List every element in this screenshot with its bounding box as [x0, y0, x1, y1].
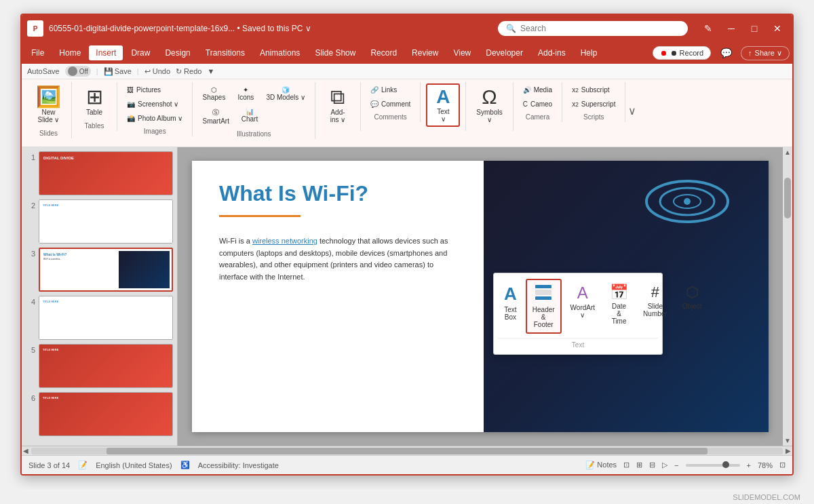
- slide-thumb-2[interactable]: 2 TITLE HERE: [26, 199, 173, 244]
- slides-group-label: Slides: [31, 130, 66, 137]
- photo-album-button[interactable]: 📸 Photo Album ∨: [123, 112, 187, 125]
- search-box[interactable]: 🔍: [498, 21, 688, 36]
- header-footer-dropdown-button[interactable]: Header& Footer: [526, 279, 562, 334]
- new-slide-icon: 🖼️: [36, 87, 61, 107]
- menu-addins[interactable]: Add-ins: [531, 45, 573, 60]
- screenshot-icon: 📷: [127, 100, 135, 108]
- wordart-dropdown-button[interactable]: A WordArt ∨: [564, 279, 602, 334]
- comment-button[interactable]: 💬: [716, 43, 735, 62]
- slide-thumb-5[interactable]: 5 TITLE HERE: [26, 344, 173, 388]
- menu-animations[interactable]: Animations: [253, 45, 307, 60]
- save-label[interactable]: 💾 Save: [104, 67, 132, 76]
- shapes-button[interactable]: ⬡ Shapes: [198, 83, 229, 104]
- menu-right-actions: ⏺ ⏺ Record 💬 ↑ Share ∨: [653, 43, 790, 62]
- subscript-button[interactable]: x2 Subscript: [568, 83, 613, 96]
- menu-insert[interactable]: Insert: [89, 45, 123, 60]
- record-dot-icon: ⏺: [660, 49, 667, 57]
- toggle-knob: [68, 66, 77, 76]
- table-button[interactable]: ⊞ Table: [77, 83, 111, 119]
- smartart-button[interactable]: Ⓢ SmartArt: [198, 105, 233, 128]
- textbox-dropdown-button[interactable]: A TextBox: [498, 279, 523, 334]
- slide-thumb-6[interactable]: 6 TITLE HERE: [26, 392, 173, 436]
- addins-button[interactable]: ⧉ Add-ins ∨: [321, 83, 355, 127]
- scroll-left-arrow[interactable]: ◀: [22, 446, 30, 456]
- scroll-up-arrow[interactable]: ▲: [783, 147, 792, 157]
- share-button[interactable]: ↑ Share ∨: [741, 46, 790, 60]
- menu-design[interactable]: Design: [158, 45, 197, 60]
- slideshow-button[interactable]: ▷: [662, 461, 667, 469]
- textbox-icon: A: [504, 284, 517, 305]
- record-button[interactable]: ⏺ ⏺ Record: [653, 46, 712, 60]
- menu-home[interactable]: Home: [52, 45, 88, 60]
- chart-button[interactable]: 📊 Chart: [236, 105, 263, 128]
- notes-button[interactable]: 📝 Notes: [585, 461, 617, 469]
- language-label: English (United States): [96, 461, 172, 469]
- new-slide-button[interactable]: 🖼️ NewSlide ∨: [31, 83, 66, 127]
- menu-file[interactable]: File: [24, 45, 51, 60]
- ribbon-more-button[interactable]: ∨: [625, 82, 639, 139]
- svg-rect-5: [535, 290, 551, 295]
- slide-thumb-3[interactable]: 3 What Is Wi-Fi? Wi-Fi is a wireless...: [26, 248, 173, 292]
- undo-button[interactable]: ↩ Undo: [144, 67, 170, 76]
- scroll-thumb-vertical[interactable]: [784, 178, 791, 218]
- slide-sorter-button[interactable]: ⊞: [636, 461, 642, 469]
- menu-developer[interactable]: Developer: [479, 45, 530, 60]
- menu-help[interactable]: Help: [574, 45, 604, 60]
- menu-draw[interactable]: Draw: [124, 45, 157, 60]
- media-button[interactable]: 🔊 Media: [519, 83, 556, 96]
- icons-button[interactable]: ✦ Icons: [232, 83, 259, 104]
- object-dropdown-button[interactable]: ⬡ Object: [676, 279, 708, 334]
- ribbon-groups: 🖼️ NewSlide ∨ Slides ⊞ Table Tables: [26, 82, 788, 139]
- window-controls: ✎ ─ □ ✕: [699, 19, 787, 38]
- menu-view[interactable]: View: [446, 45, 478, 60]
- accessibility-label[interactable]: Accessibility: Investigate: [198, 461, 279, 469]
- title-bar: P 60555-01-digital-divide-powerpoint-tem…: [22, 15, 792, 42]
- fit-slide-button[interactable]: ⊡: [779, 461, 786, 469]
- customize-btn[interactable]: ▼: [207, 67, 214, 75]
- search-input[interactable]: [520, 24, 680, 33]
- zoom-in-button[interactable]: +: [747, 461, 751, 469]
- scroll-thumb-horizontal[interactable]: [106, 448, 708, 454]
- close-button[interactable]: ✕: [768, 19, 787, 38]
- slidenumber-dropdown-button[interactable]: # SlideNumber: [637, 279, 674, 334]
- comment-ribbon-button[interactable]: 💬 Comment: [366, 98, 414, 111]
- scroll-right-arrow[interactable]: ▶: [784, 446, 792, 456]
- slide-img-5: TITLE HERE: [39, 344, 173, 388]
- zoom-out-button[interactable]: −: [674, 461, 678, 469]
- pen-button[interactable]: ✎: [699, 19, 718, 38]
- autosave-bar: AutoSave Off | 💾 Save | ↩ Undo ↻ Redo ▼: [22, 64, 792, 79]
- reading-view-button[interactable]: ⊟: [649, 461, 655, 469]
- menu-review[interactable]: Review: [405, 45, 445, 60]
- vertical-scrollbar[interactable]: ▲ ▼: [783, 147, 792, 446]
- maximize-button[interactable]: □: [745, 19, 764, 38]
- slide-img-4: TITLE HERE: [39, 296, 173, 340]
- menu-transitions[interactable]: Transitions: [199, 45, 252, 60]
- ribbon-group-images: 🖼 Pictures 📷 Screenshot ∨ 📸 Photo Album …: [117, 82, 193, 136]
- text-button[interactable]: A Text∨: [426, 83, 460, 127]
- wireless-networking-link[interactable]: wireless networking: [252, 237, 317, 245]
- minimize-button[interactable]: ─: [722, 19, 741, 38]
- screenshot-button[interactable]: 📷 Screenshot ∨: [123, 98, 187, 111]
- 3dmodels-icon: 🧊: [282, 86, 290, 94]
- slide-thumb-1[interactable]: 1 DIGITAL DIVIDE: [26, 151, 173, 195]
- pictures-button[interactable]: 🖼 Pictures: [123, 83, 187, 96]
- symbols-button[interactable]: Ω Symbols∨: [471, 83, 507, 127]
- zoom-slider[interactable]: [686, 464, 740, 467]
- slidenumber-icon: #: [651, 284, 659, 301]
- scroll-down-arrow[interactable]: ▼: [783, 435, 792, 446]
- watermark: SLIDEMODEL.COM: [0, 489, 814, 504]
- menu-record[interactable]: Record: [364, 45, 404, 60]
- 3dmodels-button[interactable]: 🧊 3D Models ∨: [262, 83, 309, 104]
- autosave-toggle[interactable]: Off: [65, 66, 91, 77]
- redo-button[interactable]: ↻ Redo: [176, 67, 201, 76]
- slide-thumb-4[interactable]: 4 TITLE HERE: [26, 296, 173, 340]
- datetime-dropdown-button[interactable]: 📅 Date &Time: [604, 279, 634, 334]
- cameo-button[interactable]: C Cameo: [519, 98, 556, 111]
- ribbon-group-scripts: x2 Subscript x2 Superscript Scripts: [562, 82, 625, 122]
- links-button[interactable]: 🔗 Links: [366, 83, 401, 96]
- normal-view-button[interactable]: ⊡: [623, 461, 629, 469]
- menu-slideshow[interactable]: Slide Show: [308, 45, 362, 60]
- horizontal-scrollbar[interactable]: ◀ ▶: [22, 446, 792, 455]
- comments-group-label: Comments: [366, 113, 414, 121]
- superscript-button[interactable]: x2 Superscript: [568, 98, 619, 111]
